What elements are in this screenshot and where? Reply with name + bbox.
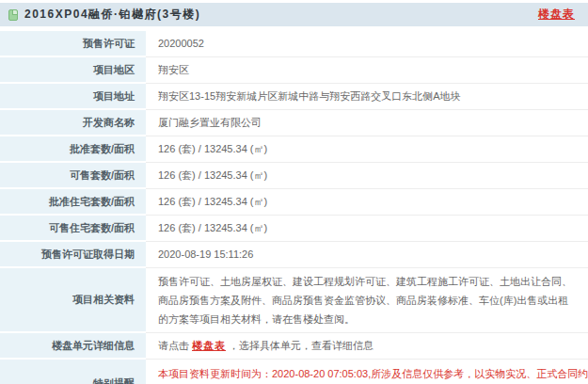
row-value: 20200052 (146, 31, 588, 57)
unit-details-prefix: 请点击 (158, 337, 189, 355)
row-value: 预售许可证、土地房屋权证、建设工程规划许可证、建筑工程施工许可证、土地出让合同、… (146, 268, 588, 333)
row-label: 批准住宅套数/面积 (0, 189, 146, 216)
row-label: 可售住宅套数/面积 (0, 216, 146, 242)
title-bar: 2016XP04融侨·铂樾府(3号楼) 楼盘表 (0, 3, 588, 26)
building-table-link-top[interactable]: 楼盘表 (538, 7, 575, 23)
table-row-approved-units: 批准套数/面积 126 (套) / 13245.34 (㎡) (0, 136, 588, 163)
row-label: 开发商名称 (0, 110, 146, 136)
table-row-related-docs: 项目相关资料 预售许可证、土地房屋权证、建设工程规划许可证、建筑工程施工许可证、… (0, 268, 588, 333)
table-row-district: 项目地区 翔安区 (0, 57, 588, 84)
table-row-sellable-units: 可售套数/面积 126 (套) / 13245.34 (㎡) (0, 163, 588, 189)
row-label: 项目地区 (0, 57, 146, 84)
unit-details-suffix: ，选择具体单元，查看详细信息 (229, 337, 373, 355)
table-row-permit-date: 预售许可证取得日期 2020-08-19 15:11:26 (0, 242, 588, 268)
row-value: 翔安区 (146, 57, 588, 84)
row-label: 预售许可证 (0, 31, 146, 57)
row-value: 请点击 楼盘表 ，选择具体单元，查看详细信息 (146, 333, 588, 360)
row-label: 预售许可证取得日期 (0, 242, 146, 268)
row-value: 126 (套) / 13245.34 (㎡) (146, 136, 588, 163)
row-label: 可售套数/面积 (0, 163, 146, 189)
table-row-unit-details: 楼盘单元详细信息 请点击 楼盘表 ，选择具体单元，查看详细信息 (0, 333, 588, 360)
table-row-address: 项目地址 翔安区13-15翔安新城片区新城中路与翔安西路交叉口东北侧A地块 (0, 84, 588, 110)
row-label: 楼盘单元详细信息 (0, 333, 146, 360)
row-value: 翔安区13-15翔安新城片区新城中路与翔安西路交叉口东北侧A地块 (146, 84, 588, 110)
page-title: 2016XP04融侨·铂樾府(3号楼) (24, 7, 200, 23)
presale-info-table: 预售许可证 20200052 项目地区 翔安区 项目地址 翔安区13-15翔安新… (0, 31, 588, 384)
row-value: 126 (套) / 13245.34 (㎡) (146, 163, 588, 189)
row-label: 项目相关资料 (0, 268, 146, 333)
row-label: 特别提醒 (0, 360, 146, 384)
building-table-link-inline[interactable]: 楼盘表 (192, 337, 226, 355)
table-row-permit-no: 预售许可证 20200052 (0, 31, 588, 57)
table-row-sellable-residential: 可售住宅套数/面积 126 (套) / 13245.34 (㎡) (0, 216, 588, 242)
row-label: 批准套数/面积 (0, 136, 146, 163)
row-label: 项目地址 (0, 84, 146, 110)
row-value: 126 (套) / 13245.34 (㎡) (146, 216, 588, 242)
table-row-special-notice: 特别提醒 本项目资料更新时间为：2020-08-20 07:05:03,所涉及信… (0, 360, 588, 384)
document-icon (8, 9, 18, 21)
row-value: 126 (套) / 13245.34 (㎡) (146, 189, 588, 216)
row-value: 2020-08-19 15:11:26 (146, 242, 588, 268)
notice-line-update-time: 本项目资料更新时间为：2020-08-20 07:05:03,所涉及信息仅供参考… (158, 363, 588, 384)
row-value: 厦门融乡置业有限公司 (146, 110, 588, 136)
table-row-approved-residential: 批准住宅套数/面积 126 (套) / 13245.34 (㎡) (0, 189, 588, 216)
table-row-developer: 开发商名称 厦门融乡置业有限公司 (0, 110, 588, 136)
row-value: 本项目资料更新时间为：2020-08-20 07:05:03,所涉及信息仅供参考… (146, 360, 588, 384)
